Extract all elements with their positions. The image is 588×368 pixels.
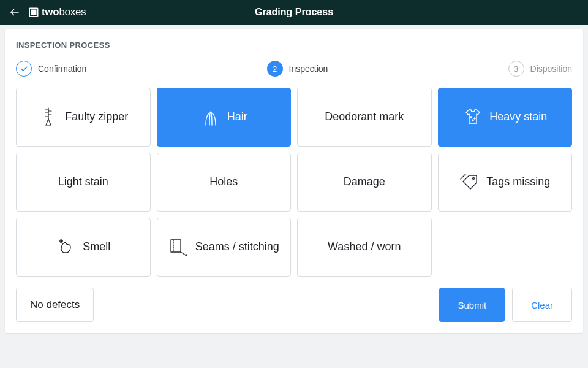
tile-label: Heavy stain xyxy=(489,110,547,124)
tile-label: Faulty zipper xyxy=(65,110,128,124)
step-connector xyxy=(94,69,259,69)
app-header: twoboxes Grading Process xyxy=(0,0,588,25)
svg-rect-2 xyxy=(31,10,36,15)
logo-mark-icon xyxy=(28,7,39,18)
defect-tile-heavy-stain[interactable]: Heavy stain xyxy=(438,88,573,147)
svg-point-17 xyxy=(186,255,187,256)
step-label: Confirmation xyxy=(38,64,86,74)
action-buttons: Submit Clear xyxy=(439,288,572,322)
tile-label: Tags missing xyxy=(486,175,550,189)
step-indicator-upcoming: 3 xyxy=(508,61,524,77)
tile-label: Washed / worn xyxy=(328,240,401,254)
defect-tile-seams-stitching[interactable]: Seams / stitching xyxy=(157,218,292,277)
defect-tile-smell[interactable]: Smell xyxy=(16,218,151,277)
step-inspection: 2 Inspection xyxy=(267,61,328,77)
back-button[interactable] xyxy=(7,5,22,20)
defect-tile-washed-worn[interactable]: Washed / worn xyxy=(297,218,432,277)
brand-name: twoboxes xyxy=(42,6,86,18)
footer-row: No defects Submit Clear xyxy=(16,288,572,322)
stitching-icon xyxy=(168,237,189,258)
tile-label: Seams / stitching xyxy=(195,240,279,254)
tile-label: Smell xyxy=(83,240,110,254)
clear-button[interactable]: Clear xyxy=(512,288,572,322)
check-icon xyxy=(20,65,28,73)
tag-icon xyxy=(459,172,480,193)
defect-tile-deodorant-mark[interactable]: Deodorant mark xyxy=(297,88,432,147)
svg-point-11 xyxy=(473,178,475,180)
step-connector xyxy=(335,69,500,69)
defect-tile-damage[interactable]: Damage xyxy=(297,153,432,212)
no-defects-button[interactable]: No defects xyxy=(16,288,94,322)
submit-button[interactable]: Submit xyxy=(439,288,505,322)
defect-tile-light-stain[interactable]: Light stain xyxy=(16,153,151,212)
step-confirmation: Confirmation xyxy=(16,61,86,77)
hair-icon xyxy=(200,107,221,128)
defect-tile-tags-missing[interactable]: Tags missing xyxy=(438,153,573,212)
svg-point-9 xyxy=(474,118,475,119)
svg-point-10 xyxy=(472,120,473,121)
zipper-icon xyxy=(38,107,59,128)
defect-grid: Faulty zipper Hair Deodorant mark Heavy … xyxy=(16,88,572,277)
brand-logo: twoboxes xyxy=(28,6,86,18)
tile-label: Holes xyxy=(209,175,238,189)
svg-point-8 xyxy=(470,117,472,118)
defect-tile-hair[interactable]: Hair xyxy=(157,88,292,147)
section-title: INSPECTION PROCESS xyxy=(16,40,572,50)
step-indicator-current: 2 xyxy=(267,61,283,77)
step-disposition: 3 Disposition xyxy=(508,61,572,77)
tile-label: Deodorant mark xyxy=(325,110,404,124)
smell-icon xyxy=(56,237,77,258)
defect-tile-faulty-zipper[interactable]: Faulty zipper xyxy=(16,88,151,147)
step-label: Inspection xyxy=(289,64,328,74)
tile-label: Light stain xyxy=(58,175,108,189)
tile-label: Damage xyxy=(344,175,385,189)
defect-tile-holes[interactable]: Holes xyxy=(157,153,292,212)
tile-label: Hair xyxy=(227,110,247,124)
arrow-left-icon xyxy=(9,7,20,18)
svg-rect-15 xyxy=(171,240,181,252)
page-title: Grading Process xyxy=(255,7,333,18)
step-label: Disposition xyxy=(530,64,572,74)
progress-stepper: Confirmation 2 Inspection 3 Disposition xyxy=(16,61,572,77)
main-card: INSPECTION PROCESS Confirmation 2 Inspec… xyxy=(5,29,583,333)
step-indicator-done xyxy=(16,61,32,77)
shirt-stain-icon xyxy=(462,107,483,128)
